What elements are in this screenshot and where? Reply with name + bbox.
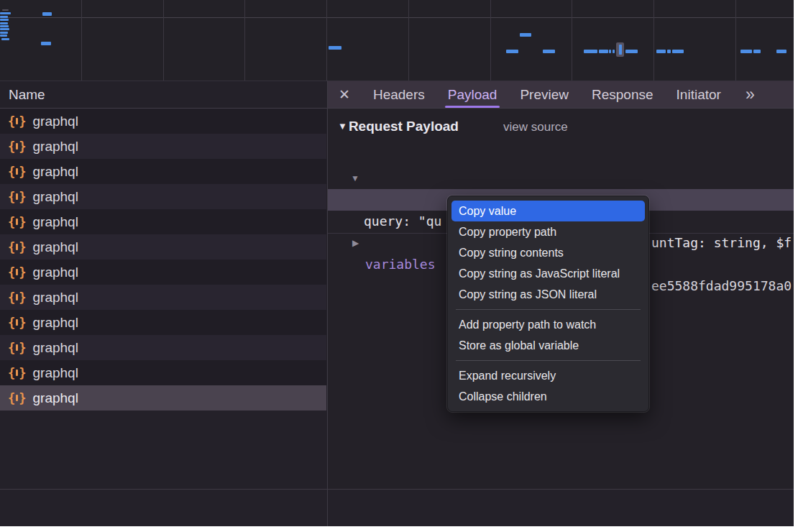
json-braces-icon: {} bbox=[8, 240, 27, 254]
query-row-right-text: untTag: string, $f bbox=[651, 232, 792, 254]
tab-preview[interactable]: Preview bbox=[520, 81, 569, 108]
view-source-link[interactable]: view source bbox=[503, 120, 568, 134]
operation-name-row[interactable]: operationName: "ipFlowTimeseries" bbox=[328, 168, 794, 189]
json-braces-icon: {} bbox=[8, 165, 27, 179]
waterfall-bar[interactable] bbox=[2, 9, 9, 11]
request-row[interactable]: {}graphql bbox=[0, 260, 326, 285]
request-row[interactable]: {}graphql bbox=[0, 385, 326, 411]
waterfall-bar[interactable] bbox=[0, 22, 8, 24]
request-name: graphql bbox=[33, 189, 78, 205]
request-row[interactable]: {}graphql bbox=[0, 209, 326, 234]
request-row[interactable]: {}graphql bbox=[0, 360, 326, 385]
request-row[interactable]: {}graphql bbox=[0, 310, 326, 335]
variables-key: variables bbox=[365, 254, 436, 275]
menu-item-copy-string-as-json-literal[interactable]: Copy string as JSON literal bbox=[451, 284, 645, 305]
waterfall-bar[interactable] bbox=[0, 19, 9, 21]
json-braces-icon: {} bbox=[8, 290, 27, 305]
json-braces-icon: {} bbox=[8, 316, 27, 330]
more-tabs-icon[interactable]: » bbox=[746, 86, 755, 103]
request-row[interactable]: {}graphql bbox=[0, 184, 326, 209]
close-icon[interactable]: ✕ bbox=[339, 86, 350, 103]
waterfall-bar[interactable] bbox=[609, 50, 611, 53]
waterfall-bar[interactable] bbox=[584, 50, 597, 53]
devtools-window: Name ✕ HeadersPayloadPreviewResponseInit… bbox=[0, 0, 794, 526]
waterfall-bar[interactable] bbox=[0, 32, 8, 34]
request-row[interactable]: {}graphql bbox=[0, 159, 326, 184]
json-braces-icon: {} bbox=[8, 265, 27, 280]
waterfall-bar[interactable] bbox=[776, 50, 786, 53]
footer-separator bbox=[0, 489, 794, 490]
request-row[interactable]: {}graphql bbox=[0, 134, 326, 159]
name-column-header[interactable]: Name bbox=[0, 81, 327, 108]
request-name: graphql bbox=[33, 265, 78, 280]
menu-separator bbox=[456, 309, 641, 310]
menu-item-copy-value[interactable]: Copy value bbox=[451, 201, 645, 221]
selected-request-marker-bar bbox=[619, 45, 622, 55]
waterfall-bar[interactable] bbox=[329, 46, 341, 50]
tab-response[interactable]: Response bbox=[592, 81, 653, 108]
panel-header-row: Name ✕ HeadersPayloadPreviewResponseInit… bbox=[0, 81, 794, 109]
menu-item-expand-recursively[interactable]: Expand recursively bbox=[451, 365, 645, 386]
menu-item-store-as-global-variable[interactable]: Store as global variable bbox=[451, 335, 645, 356]
screenshot-right-margin bbox=[794, 0, 798, 532]
request-row[interactable]: {}graphql bbox=[0, 234, 326, 260]
request-row[interactable]: {}graphql bbox=[0, 335, 326, 360]
waterfall-bar[interactable] bbox=[613, 50, 615, 53]
request-row[interactable]: {}graphql bbox=[0, 109, 326, 134]
tree-disclosure-closed-icon[interactable]: ▶ bbox=[352, 232, 359, 254]
json-braces-icon: {} bbox=[8, 341, 27, 355]
payload-preview-row[interactable]: ▼ {operationName: "ipFlowTimeseries", va… bbox=[328, 146, 794, 168]
waterfall-bar[interactable] bbox=[753, 50, 761, 53]
request-name: graphql bbox=[33, 214, 78, 230]
menu-item-copy-string-as-javascript-literal[interactable]: Copy string as JavaScript literal bbox=[451, 263, 645, 284]
menu-item-copy-string-contents[interactable]: Copy string contents bbox=[451, 242, 645, 263]
request-name: graphql bbox=[33, 390, 78, 406]
menu-item-copy-property-path[interactable]: Copy property path bbox=[451, 221, 645, 242]
request-name: graphql bbox=[33, 340, 78, 356]
waterfall-bar[interactable] bbox=[42, 12, 52, 16]
request-name: graphql bbox=[33, 365, 78, 381]
context-menu: Copy valueCopy property pathCopy string … bbox=[447, 196, 649, 412]
waterfall-bar[interactable] bbox=[1, 38, 9, 40]
menu-item-add-property-path-to-watch[interactable]: Add property path to watch bbox=[451, 314, 645, 335]
waterfall-bar[interactable] bbox=[0, 12, 11, 14]
tab-headers[interactable]: Headers bbox=[373, 81, 425, 108]
json-braces-icon: {} bbox=[8, 366, 27, 380]
panel-divider[interactable] bbox=[327, 81, 328, 526]
network-overview[interactable] bbox=[0, 0, 794, 81]
json-braces-icon: {} bbox=[8, 215, 27, 229]
waterfall-bar[interactable] bbox=[543, 50, 555, 53]
request-name: graphql bbox=[33, 139, 78, 155]
overview-gridline bbox=[163, 0, 164, 81]
waterfall-bar[interactable] bbox=[656, 50, 666, 53]
waterfall-bar[interactable] bbox=[599, 50, 608, 53]
waterfall-bar[interactable] bbox=[667, 50, 671, 53]
waterfall-bar[interactable] bbox=[672, 50, 684, 53]
waterfall-bar[interactable] bbox=[625, 50, 638, 53]
menu-separator bbox=[456, 360, 641, 361]
json-braces-icon: {} bbox=[8, 391, 27, 405]
waterfall-bar[interactable] bbox=[0, 28, 9, 30]
waterfall-bar[interactable] bbox=[520, 33, 531, 37]
overview-gridline bbox=[326, 0, 327, 81]
json-braces-icon: {} bbox=[8, 114, 27, 129]
tab-payload[interactable]: Payload bbox=[448, 81, 497, 108]
waterfall-bar[interactable] bbox=[41, 42, 51, 45]
waterfall-bar[interactable] bbox=[0, 16, 8, 18]
tab-initiator[interactable]: Initiator bbox=[677, 81, 721, 108]
overview-gridline bbox=[408, 0, 409, 81]
waterfall-bar[interactable] bbox=[0, 35, 7, 37]
overview-gridline bbox=[572, 0, 572, 81]
request-row[interactable]: {}graphql bbox=[0, 285, 326, 310]
details-tab-bar: ✕ HeadersPayloadPreviewResponseInitiator… bbox=[327, 81, 794, 108]
request-name: graphql bbox=[33, 114, 78, 129]
menu-item-collapse-children[interactable]: Collapse children bbox=[451, 386, 645, 407]
request-name: graphql bbox=[33, 315, 78, 331]
json-braces-icon: {} bbox=[8, 190, 27, 204]
request-payload-section-title[interactable]: ▼Request Payload bbox=[338, 119, 459, 134]
waterfall-bar[interactable] bbox=[0, 25, 9, 27]
waterfall-bar[interactable] bbox=[506, 50, 518, 53]
variables-row-right-text: ee5588fdad995178a0 bbox=[651, 275, 792, 297]
overview-horizontal-gridline bbox=[0, 17, 794, 18]
waterfall-bar[interactable] bbox=[740, 50, 752, 53]
